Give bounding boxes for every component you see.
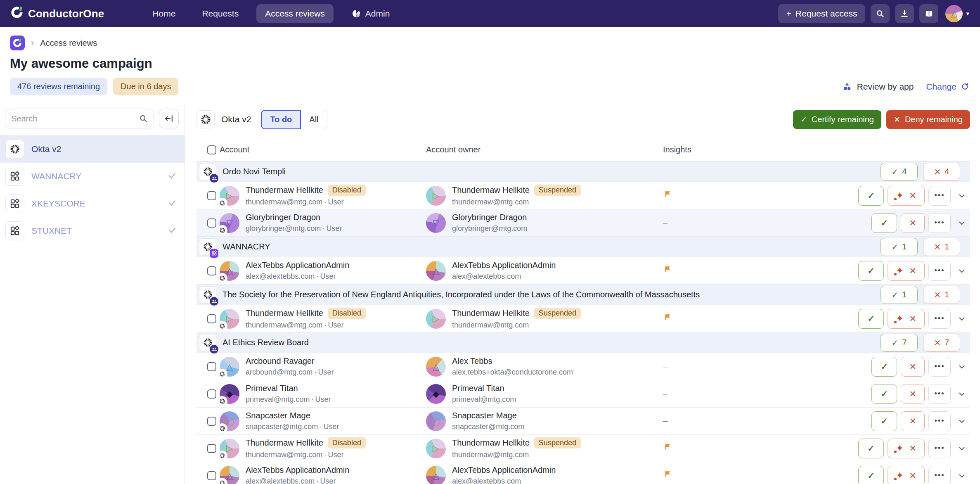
deny-row-button[interactable]: ✦✕ xyxy=(888,309,925,329)
row-checkbox[interactable] xyxy=(207,389,216,399)
certify-group-button[interactable]: ✓7 xyxy=(881,334,918,352)
deny-row-button[interactable]: ✦✕ xyxy=(888,466,925,484)
sidebar-item-stuxnet[interactable]: STUXNET xyxy=(0,217,185,244)
row-checkbox[interactable] xyxy=(207,417,216,426)
account-name: Glorybringer Dragon xyxy=(246,213,320,222)
change-review-mode-link[interactable]: Change xyxy=(926,82,969,92)
expand-row-button[interactable] xyxy=(954,411,969,431)
download-icon-button[interactable] xyxy=(895,4,914,23)
certify-group-button[interactable]: ✓4 xyxy=(881,163,918,181)
row-checkbox[interactable] xyxy=(207,266,216,275)
owner-name: AlexTebbs ApplicationAdmin xyxy=(452,261,556,270)
search-icon xyxy=(876,9,885,18)
more-actions-button[interactable]: ••• xyxy=(928,439,951,458)
okta-source-badge-icon xyxy=(218,225,227,235)
sidebar-item-xkeyscore[interactable]: XKEYSCORE xyxy=(0,190,185,217)
insights-cell xyxy=(645,443,834,454)
brand-logo[interactable]: ConductorOne xyxy=(11,6,104,21)
row-checkbox[interactable] xyxy=(207,362,216,371)
expand-row-button[interactable] xyxy=(954,439,969,458)
certify-row-button[interactable]: ✓ xyxy=(858,309,884,329)
deny-group-button[interactable]: ✕7 xyxy=(923,334,960,352)
row-actions: ✓ ✦✕ ••• xyxy=(834,186,970,206)
search-icon-button[interactable] xyxy=(871,4,890,23)
flag-insight-icon xyxy=(663,190,672,199)
certify-group-button[interactable]: ✓1 xyxy=(881,286,918,304)
okta-logo-icon xyxy=(219,480,225,484)
nav-item-home[interactable]: Home xyxy=(144,4,184,23)
expand-row-button[interactable] xyxy=(954,466,969,484)
more-actions-button[interactable]: ••• xyxy=(928,357,951,377)
certify-group-button[interactable]: ✓1 xyxy=(881,238,918,256)
deny-group-button[interactable]: ✕1 xyxy=(923,286,960,304)
deny-row-button[interactable]: ✕ xyxy=(901,384,925,404)
entitlement-grid-icon xyxy=(9,198,20,209)
certify-row-button[interactable]: ✓ xyxy=(871,213,897,233)
owner-name: Primeval Titan xyxy=(452,384,504,393)
account-email: arcbound@mtg.com · User xyxy=(246,368,334,377)
deny-group-button[interactable]: ✕4 xyxy=(923,163,960,181)
search-input[interactable] xyxy=(11,114,135,123)
row-checkbox[interactable] xyxy=(207,444,216,453)
deny-row-button[interactable]: ✕ xyxy=(901,357,925,377)
certify-row-button[interactable]: ✓ xyxy=(858,186,884,206)
collapse-sidebar-button[interactable] xyxy=(159,109,179,128)
tab-all[interactable]: All xyxy=(301,110,327,129)
deny-group-button[interactable]: ✕1 xyxy=(923,238,960,256)
expand-row-button[interactable] xyxy=(954,213,969,233)
user-avatar: △ xyxy=(945,5,963,22)
nav-item-access-reviews[interactable]: Access reviews xyxy=(256,4,334,23)
more-actions-button[interactable]: ••• xyxy=(928,466,951,484)
okta-source-badge-icon xyxy=(218,424,227,433)
docs-icon-button[interactable] xyxy=(919,4,938,23)
certify-row-button[interactable]: ✓ xyxy=(871,384,897,404)
certify-remaining-button[interactable]: ✓ Certify remaining xyxy=(793,110,881,129)
review-row: ▷ Thundermaw HellkiteDisabled thundermaw… xyxy=(196,435,970,462)
expand-row-button[interactable] xyxy=(954,384,969,404)
tab-to-do[interactable]: To do xyxy=(261,110,301,129)
deny-row-button[interactable]: ✦✕ xyxy=(888,261,925,281)
app-logo-icon[interactable] xyxy=(10,36,25,50)
certify-row-button[interactable]: ✓ xyxy=(858,439,884,458)
certify-row-button[interactable]: ✓ xyxy=(871,411,897,431)
more-actions-button[interactable]: ••• xyxy=(928,309,951,329)
more-actions-button[interactable]: ••• xyxy=(928,186,951,206)
deny-row-button[interactable]: ✕ xyxy=(901,411,925,431)
certify-row-button[interactable]: ✓ xyxy=(871,357,897,377)
deny-row-button[interactable]: ✦✕ xyxy=(888,439,925,458)
expand-row-button[interactable] xyxy=(954,309,969,329)
sidebar-item-okta-v2[interactable]: Okta v2 xyxy=(0,135,185,163)
review-main: Okta v2 To doAll ✓ Certify remaining ✕ D… xyxy=(185,103,980,484)
sidebar-item-wannacry[interactable]: WANNACRY xyxy=(0,163,185,190)
more-actions-button[interactable]: ••• xyxy=(928,384,951,404)
deny-row-button[interactable]: ✕ xyxy=(901,213,925,233)
request-access-button[interactable]: + Request access xyxy=(778,4,866,23)
okta-logo-icon xyxy=(219,453,225,459)
group-name: Ordo Novi Templi xyxy=(223,167,286,176)
more-actions-button[interactable]: ••• xyxy=(928,213,951,233)
row-checkbox[interactable] xyxy=(207,314,216,323)
expand-row-button[interactable] xyxy=(954,357,969,377)
nav-item-requests[interactable]: Requests xyxy=(193,4,247,23)
expand-row-button[interactable] xyxy=(954,261,969,281)
avatar: △ xyxy=(220,466,239,484)
more-actions-button[interactable]: ••• xyxy=(928,261,951,281)
select-all-checkbox[interactable] xyxy=(207,145,216,154)
account-name: Thundermaw Hellkite xyxy=(246,438,323,448)
account-cell: ▷ Thundermaw HellkiteDisabled thundermaw… xyxy=(220,185,426,206)
row-checkbox[interactable] xyxy=(207,218,216,228)
row-checkbox[interactable] xyxy=(207,191,216,200)
certify-row-button[interactable]: ✓ xyxy=(858,261,884,281)
account-email: alex@alextebbs.com · User xyxy=(246,272,349,281)
user-menu[interactable]: △ ▾ xyxy=(945,5,969,22)
certify-row-button[interactable]: ✓ xyxy=(858,466,884,484)
expand-row-button[interactable] xyxy=(954,186,969,206)
book-icon xyxy=(924,9,934,19)
review-row: ▷ Thundermaw HellkiteDisabled thundermaw… xyxy=(196,305,970,332)
more-actions-button[interactable]: ••• xyxy=(928,411,951,431)
row-checkbox[interactable] xyxy=(207,471,216,480)
deny-remaining-button[interactable]: ✕ Deny remaining xyxy=(886,110,970,129)
nav-item-admin[interactable]: Admin xyxy=(343,4,399,23)
deny-row-button[interactable]: ✦✕ xyxy=(888,186,925,206)
breadcrumb-item[interactable]: Access reviews xyxy=(40,38,97,48)
